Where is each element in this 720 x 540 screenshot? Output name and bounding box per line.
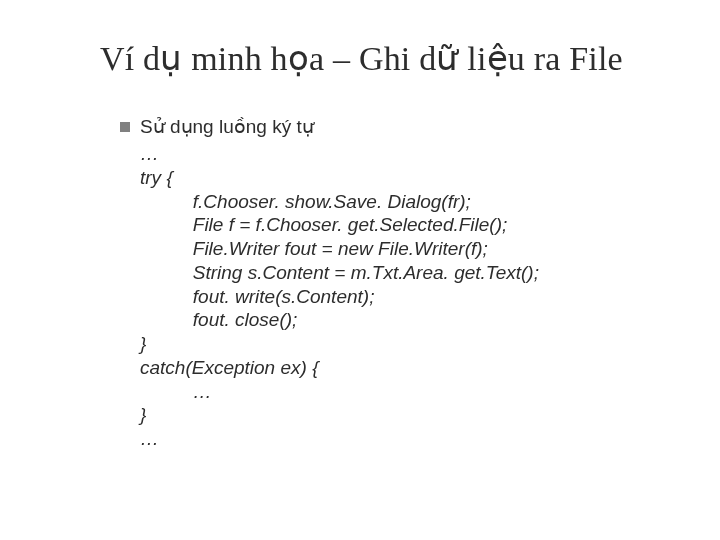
code-line: fout. write(s.Content); — [140, 286, 374, 307]
code-line: … — [140, 428, 159, 449]
code-line: f.Chooser. show.Save. Dialog(fr); — [140, 191, 471, 212]
code-line: } — [140, 404, 146, 425]
code-line: fout. close(); — [140, 309, 297, 330]
code-line: try { — [140, 167, 173, 188]
square-bullet-icon — [120, 122, 130, 132]
slide-title: Ví dụ minh họa – Ghi dữ liệu ra File — [100, 38, 680, 78]
code-line: … — [140, 143, 159, 164]
code-line: File f = f.Chooser. get.Selected.File(); — [140, 214, 507, 235]
code-line: } — [140, 333, 146, 354]
bullet-text: Sử dụng luồng ký tự — [140, 115, 314, 138]
code-line: String s.Content = m.Txt.Area. get.Text(… — [140, 262, 539, 283]
slide: Ví dụ minh họa – Ghi dữ liệu ra File Sử … — [0, 0, 720, 540]
slide-body: Sử dụng luồng ký tự … try { f.Chooser. s… — [120, 115, 660, 451]
code-line: catch(Exception ex) { — [140, 357, 318, 378]
code-block: … try { f.Chooser. show.Save. Dialog(fr)… — [140, 142, 660, 451]
code-line: File.Writer fout = new File.Writer(f); — [140, 238, 488, 259]
bullet-item: Sử dụng luồng ký tự — [120, 115, 660, 138]
code-line: … — [140, 381, 212, 402]
